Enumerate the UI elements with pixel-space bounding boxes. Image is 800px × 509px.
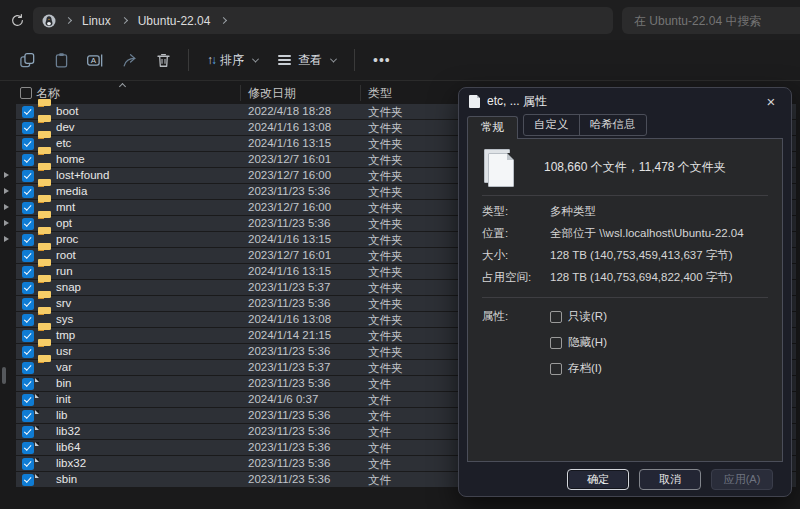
column-header-date[interactable]: 修改日期 (248, 85, 296, 102)
file-name: home (56, 153, 85, 165)
tree-expand-icon[interactable] (4, 172, 9, 178)
attribute-option[interactable]: 存档(I) (550, 361, 607, 376)
cancel-button[interactable]: 取消 (639, 469, 701, 490)
attribute-checkbox[interactable] (550, 363, 562, 375)
file-date-modified: 2024/1/16 13:15 (248, 233, 331, 245)
row-checkbox[interactable] (22, 170, 34, 182)
file-type: 文件夹 (368, 217, 403, 232)
file-date-modified: 2023/11/23 5:36 (248, 217, 330, 229)
close-button[interactable]: × (761, 92, 781, 112)
checkmark-icon (24, 283, 31, 291)
column-header-type[interactable]: 类型 (368, 85, 392, 102)
attribute-checkbox[interactable] (550, 337, 562, 349)
checkmark-icon (24, 459, 31, 467)
checkmark-icon (24, 347, 31, 355)
scrollbar-thumb[interactable] (2, 367, 6, 384)
tree-expand-icon[interactable] (4, 204, 9, 210)
file-explorer-window: Linux Ubuntu-22.04 A (0, 0, 800, 509)
file-name: usr (56, 345, 72, 357)
row-checkbox[interactable] (22, 442, 34, 454)
file-name: run (56, 265, 73, 277)
search-input[interactable] (622, 14, 800, 28)
row-checkbox[interactable] (22, 474, 34, 486)
field-label: 位置: (482, 227, 550, 240)
property-field-row: 位置: 全部位于 \\wsl.localhost\Ubuntu-22.04 (482, 227, 768, 240)
view-button[interactable]: 查看 (268, 45, 346, 75)
row-checkbox[interactable] (22, 282, 34, 294)
row-checkbox[interactable] (22, 202, 34, 214)
checkmark-icon (24, 203, 31, 211)
row-checkbox[interactable] (22, 106, 34, 118)
properties-dialog: etc, ... 属性 × 常规 自定义 哈希信息 108,660 个文件，11… (458, 87, 792, 497)
file-type: 文件夹 (368, 121, 403, 136)
row-checkbox[interactable] (22, 298, 34, 310)
row-checkbox[interactable] (22, 410, 34, 422)
copy-button[interactable] (10, 45, 44, 75)
row-checkbox[interactable] (22, 346, 34, 358)
rename-button[interactable]: A (78, 45, 112, 75)
file-name: sbin (56, 473, 77, 485)
row-checkbox[interactable] (22, 234, 34, 246)
breadcrumb-item-linux[interactable]: Linux (76, 12, 117, 30)
tree-expand-icon[interactable] (4, 220, 9, 226)
column-divider[interactable] (360, 85, 361, 101)
refresh-button[interactable] (4, 7, 30, 33)
column-divider[interactable] (240, 85, 241, 101)
file-type: 文件夹 (368, 105, 403, 120)
file-name: init (56, 393, 71, 405)
tab-customize[interactable]: 自定义 (524, 115, 579, 135)
file-name: root (56, 249, 76, 261)
row-checkbox[interactable] (22, 426, 34, 438)
checkmark-icon (24, 235, 31, 243)
row-checkbox[interactable] (22, 154, 34, 166)
breadcrumb-item-ubuntu[interactable]: Ubuntu-22.04 (132, 12, 217, 30)
more-options-button[interactable]: ••• (363, 45, 401, 75)
ok-button[interactable]: 确定 (567, 469, 629, 490)
row-checkbox[interactable] (22, 186, 34, 198)
file-type: 文件夹 (368, 249, 403, 264)
address-bar[interactable]: Linux Ubuntu-22.04 (33, 7, 613, 34)
row-checkbox[interactable] (22, 266, 34, 278)
row-checkbox[interactable] (22, 362, 34, 374)
row-checkbox[interactable] (22, 122, 34, 134)
field-value: 多种类型 (550, 205, 596, 218)
row-checkbox[interactable] (22, 458, 34, 470)
row-checkbox[interactable] (22, 218, 34, 230)
row-checkbox[interactable] (22, 394, 34, 406)
file-type: 文件 (368, 473, 391, 488)
row-checkbox[interactable] (22, 250, 34, 262)
refresh-icon (10, 13, 25, 28)
more-dots-icon: ••• (373, 52, 391, 68)
attribute-option[interactable]: 隐藏(H) (550, 335, 607, 350)
sort-button[interactable]: ↑↓ 排序 (197, 45, 268, 75)
file-type: 文件 (368, 409, 391, 424)
file-type: 文件夹 (368, 153, 403, 168)
breadcrumb-chevron-icon (121, 17, 128, 24)
delete-button[interactable] (146, 45, 180, 75)
row-checkbox[interactable] (22, 314, 34, 326)
tab-general[interactable]: 常规 (467, 116, 518, 139)
attribute-option[interactable]: 只读(R) (550, 309, 607, 324)
attribute-options: 只读(R) 隐藏(H) 存档(I) (550, 309, 607, 376)
paste-button[interactable] (44, 45, 78, 75)
row-checkbox[interactable] (22, 378, 34, 390)
tree-expand-icon[interactable] (4, 236, 9, 242)
attribute-checkbox[interactable] (550, 311, 562, 323)
selection-summary: 108,660 个文件，11,478 个文件夹 (544, 159, 726, 176)
file-name: mnt (56, 201, 75, 213)
select-all-checkbox[interactable] (20, 87, 32, 99)
file-date-modified: 2023/12/7 16:01 (248, 249, 331, 261)
file-name: sys (56, 313, 73, 325)
dialog-titlebar[interactable]: etc, ... 属性 × (459, 88, 791, 115)
property-fields: 类型: 多种类型 位置: 全部位于 \\wsl.localhost\Ubuntu… (468, 196, 782, 297)
file-type: 文件夹 (368, 297, 403, 312)
file-name: dev (56, 121, 75, 133)
view-list-icon (278, 55, 291, 65)
tree-expand-icon[interactable] (4, 188, 9, 194)
row-checkbox[interactable] (22, 138, 34, 150)
tab-hash-info[interactable]: 哈希信息 (579, 115, 646, 135)
attribute-option-label: 只读(R) (568, 309, 607, 324)
share-button[interactable] (112, 45, 146, 75)
checkmark-icon (24, 251, 31, 259)
row-checkbox[interactable] (22, 330, 34, 342)
